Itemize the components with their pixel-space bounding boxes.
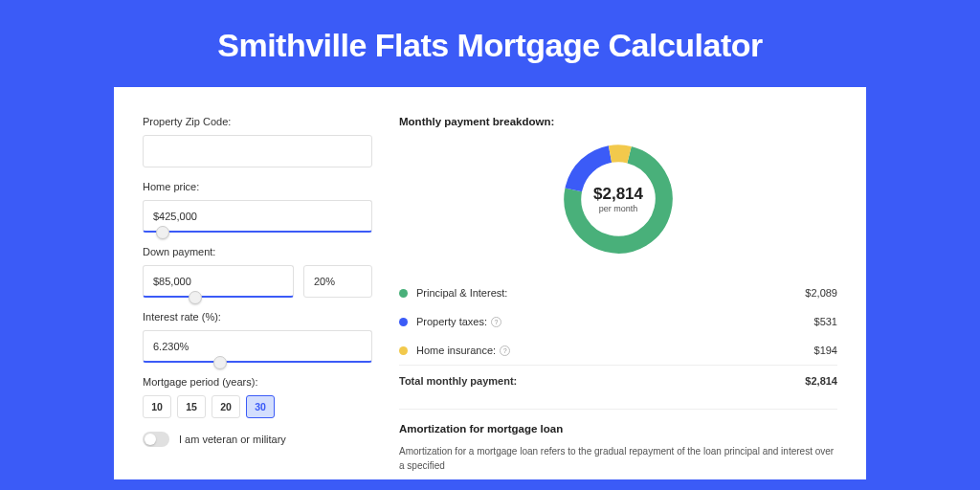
calculator-card: Property Zip Code: Home price: Down paym… [114,87,866,479]
interest-group: Interest rate (%): [143,311,372,363]
zip-group: Property Zip Code: [143,116,372,167]
legend-taxes-value: $531 [814,316,837,327]
period-btn-15[interactable]: 15 [177,395,206,418]
form-column: Property Zip Code: Home price: Down paym… [143,116,372,479]
legend-principal-label: Principal & Interest: [416,287,805,299]
breakdown-title: Monthly payment breakdown: [399,116,837,127]
legend-insurance-label: Home insurance: [416,345,496,356]
period-btn-20[interactable]: 20 [212,395,240,418]
amortization-title: Amortization for mortgage loan [399,423,837,434]
donut-amount: $2,814 [593,185,643,204]
down-payment-percent-input[interactable] [303,265,372,298]
dot-green-icon [399,289,408,298]
dot-yellow-icon [399,346,408,355]
home-price-group: Home price: [143,181,372,233]
info-icon[interactable]: ? [491,317,501,327]
veteran-row: I am veteran or military [143,432,372,447]
period-group: Mortgage period (years): 10 15 20 30 [143,376,372,418]
legend-taxes: Property taxes: ? $531 [399,307,837,336]
legend-total: Total monthly payment: $2,814 [399,365,837,395]
donut-chart: $2,814 per month [558,139,679,259]
veteran-toggle[interactable] [143,432,169,447]
interest-input[interactable] [143,330,372,363]
donut-sub: per month [593,204,643,213]
zip-label: Property Zip Code: [143,116,372,127]
info-icon[interactable]: ? [500,345,510,356]
down-payment-label: Down payment: [143,246,372,257]
period-btn-30[interactable]: 30 [246,395,275,418]
period-buttons: 10 15 20 30 [143,395,372,418]
legend-taxes-label: Property taxes: [416,316,487,327]
home-price-input[interactable] [143,200,372,233]
veteran-label: I am veteran or military [179,434,286,445]
period-btn-10[interactable]: 10 [143,395,171,418]
down-payment-amount-input[interactable] [143,265,294,298]
down-payment-slider[interactable] [189,291,202,304]
page-title: Smithville Flats Mortgage Calculator [0,0,980,87]
legend-total-value: $2,814 [805,375,837,387]
amortization-section: Amortization for mortgage loan Amortizat… [399,409,837,473]
legend-insurance-value: $194 [814,345,837,356]
home-price-slider[interactable] [156,226,169,239]
breakdown-column: Monthly payment breakdown: $2,814 per mo… [399,116,837,479]
amortization-text: Amortization for a mortgage loan refers … [399,444,837,473]
legend-total-label: Total monthly payment: [399,375,805,387]
legend-principal-value: $2,089 [805,287,837,299]
home-price-label: Home price: [143,181,372,192]
interest-label: Interest rate (%): [143,311,372,323]
dot-blue-icon [399,318,408,326]
down-payment-group: Down payment: [143,246,372,298]
donut-chart-wrap: $2,814 per month [399,139,837,259]
period-label: Mortgage period (years): [143,376,372,388]
zip-input[interactable] [143,135,372,167]
legend-principal: Principal & Interest: $2,089 [399,278,837,307]
legend-insurance: Home insurance: ? $194 [399,336,837,365]
interest-slider[interactable] [213,356,227,369]
